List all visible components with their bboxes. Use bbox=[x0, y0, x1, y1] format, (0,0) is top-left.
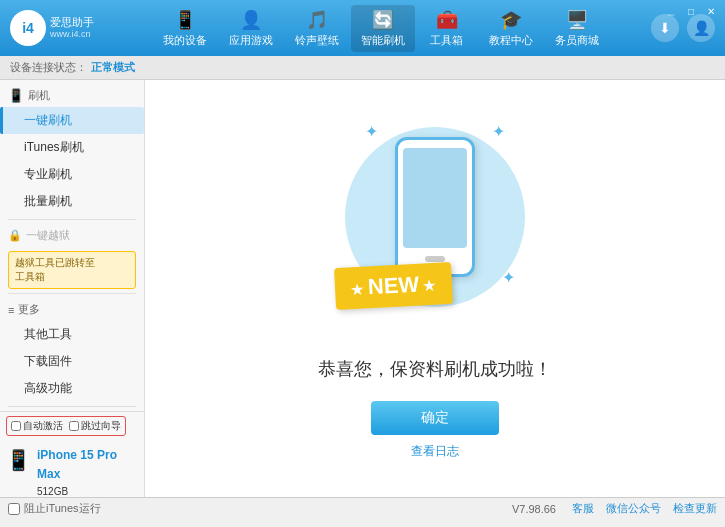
sidebar-divider-3 bbox=[8, 406, 136, 407]
app-header: i4 爱思助手 www.i4.cn 📱 我的设备 👤 应用游戏 🎵 铃声壁纸 🔄… bbox=[0, 0, 725, 56]
sidebar-item-other-tools[interactable]: 其他工具 bbox=[0, 321, 144, 348]
sparkle1-icon: ✦ bbox=[365, 122, 378, 141]
sidebar-item-advanced[interactable]: 高级功能 bbox=[0, 375, 144, 402]
nav-tutorials[interactable]: 🎓 教程中心 bbox=[479, 5, 543, 52]
auto-activate-option[interactable]: 自动激活 bbox=[11, 419, 63, 433]
app-logo: i4 爱思助手 www.i4.cn bbox=[10, 10, 110, 46]
logo-circle: i4 bbox=[10, 10, 46, 46]
header-right: ⬇ 👤 bbox=[651, 14, 715, 42]
main-layout: 📱 刷机 一键刷机 iTunes刷机 专业刷机 批量刷机 🔒 一键越狱 越狱工具… bbox=[0, 80, 725, 497]
nav-smart-flash[interactable]: 🔄 智能刷机 bbox=[351, 5, 415, 52]
sidebar-item-download-firmware[interactable]: 下载固件 bbox=[0, 348, 144, 375]
device-phone-icon: 📱 bbox=[6, 448, 31, 472]
sidebar-notice: 越狱工具已跳转至 工具箱 bbox=[8, 251, 136, 289]
user-button[interactable]: 👤 bbox=[687, 14, 715, 42]
phone-screen bbox=[403, 148, 467, 248]
main-content: ✦ ✦ ✦ NEW 恭喜您，保资料刷机成功啦！ 确定 查看日志 bbox=[145, 80, 725, 497]
block-itunes-label: 阻止iTunes运行 bbox=[24, 501, 101, 516]
auto-activate-checkbox[interactable] bbox=[11, 421, 21, 431]
more-icon: ≡ bbox=[8, 304, 14, 316]
itunes-bar: 阻止iTunes运行 V7.98.66 客服 微信公众号 检查更新 bbox=[0, 497, 725, 519]
device-info: 📱 iPhone 15 Pro Max 512GB iPhone bbox=[6, 446, 138, 497]
phone-home-button bbox=[425, 256, 445, 262]
business-icon: 🖥️ bbox=[566, 9, 588, 31]
sidebar-section-flash: 📱 刷机 一键刷机 iTunes刷机 专业刷机 批量刷机 bbox=[0, 84, 144, 215]
logo-text: 爱思助手 www.i4.cn bbox=[50, 15, 94, 41]
lock-icon: 🔒 bbox=[8, 229, 22, 242]
sparkle3-icon: ✦ bbox=[502, 268, 515, 287]
success-message: 恭喜您，保资料刷机成功啦！ bbox=[318, 357, 552, 381]
nav-ringtones[interactable]: 🎵 铃声壁纸 bbox=[285, 5, 349, 52]
wechat-link[interactable]: 微信公众号 bbox=[606, 501, 661, 516]
phone-illustration: ✦ ✦ ✦ NEW bbox=[335, 117, 535, 337]
sidebar-item-itunes-flash[interactable]: iTunes刷机 bbox=[0, 134, 144, 161]
customer-service-link[interactable]: 客服 bbox=[572, 501, 594, 516]
sidebar-section-more: ≡ 更多 其他工具 下载固件 高级功能 bbox=[0, 298, 144, 402]
device-details: iPhone 15 Pro Max 512GB iPhone bbox=[37, 446, 138, 497]
toolbox-icon: 🧰 bbox=[436, 9, 458, 31]
status-bar: 设备连接状态： 正常模式 bbox=[0, 56, 725, 80]
guided-activation-checkbox[interactable] bbox=[69, 421, 79, 431]
nav-bar: 📱 我的设备 👤 应用游戏 🎵 铃声壁纸 🔄 智能刷机 🧰 工具箱 🎓 bbox=[110, 5, 651, 52]
confirm-button[interactable]: 确定 bbox=[371, 401, 499, 435]
block-itunes-checkbox[interactable] bbox=[8, 503, 20, 515]
device-icon: 📱 bbox=[174, 9, 196, 31]
sidebar-jailbreak-header: 🔒 一键越狱 bbox=[0, 224, 144, 247]
phone-body bbox=[395, 137, 475, 277]
check-update-link[interactable]: 检查更新 bbox=[673, 501, 717, 516]
sidebar-flash-header: 📱 刷机 bbox=[0, 84, 144, 107]
sidebar-divider-2 bbox=[8, 293, 136, 294]
view-log-link[interactable]: 查看日志 bbox=[411, 443, 459, 460]
maximize-button[interactable]: □ bbox=[683, 4, 699, 18]
minimize-button[interactable]: ＿ bbox=[663, 4, 679, 18]
nav-my-device[interactable]: 📱 我的设备 bbox=[153, 5, 217, 52]
guided-activation-option[interactable]: 跳过向导 bbox=[69, 419, 121, 433]
version-label: V7.98.66 bbox=[512, 503, 556, 515]
sidebar-item-one-key-flash[interactable]: 一键刷机 bbox=[0, 107, 144, 134]
close-button[interactable]: ✕ bbox=[703, 4, 719, 18]
sidebar-item-batch-flash[interactable]: 批量刷机 bbox=[0, 188, 144, 215]
sidebar: 📱 刷机 一键刷机 iTunes刷机 专业刷机 批量刷机 🔒 一键越狱 越狱工具… bbox=[0, 80, 145, 497]
tutorial-icon: 🎓 bbox=[500, 9, 522, 31]
sidebar-divider-1 bbox=[8, 219, 136, 220]
flash-icon: 🔄 bbox=[372, 9, 394, 31]
flash-section-icon: 📱 bbox=[8, 88, 24, 103]
sparkle2-icon: ✦ bbox=[492, 122, 505, 141]
download-button[interactable]: ⬇ bbox=[651, 14, 679, 42]
new-badge: NEW bbox=[334, 262, 453, 310]
sidebar-section-jailbreak: 🔒 一键越狱 越狱工具已跳转至 工具箱 bbox=[0, 224, 144, 289]
sidebar-more-header: ≡ 更多 bbox=[0, 298, 144, 321]
nav-apps-games[interactable]: 👤 应用游戏 bbox=[219, 5, 283, 52]
device-storage: 512GB bbox=[37, 484, 138, 497]
nav-toolbox[interactable]: 🧰 工具箱 bbox=[417, 5, 477, 52]
device-panel: 自动激活 跳过向导 📱 iPhone 15 Pro Max 512GB iPho… bbox=[0, 411, 144, 497]
apps-icon: 👤 bbox=[240, 9, 262, 31]
auto-options-container: 自动激活 跳过向导 bbox=[6, 416, 126, 436]
sidebar-item-pro-flash[interactable]: 专业刷机 bbox=[0, 161, 144, 188]
device-name: iPhone 15 Pro Max bbox=[37, 446, 138, 484]
nav-business[interactable]: 🖥️ 务员商城 bbox=[545, 5, 609, 52]
ringtone-icon: 🎵 bbox=[306, 9, 328, 31]
